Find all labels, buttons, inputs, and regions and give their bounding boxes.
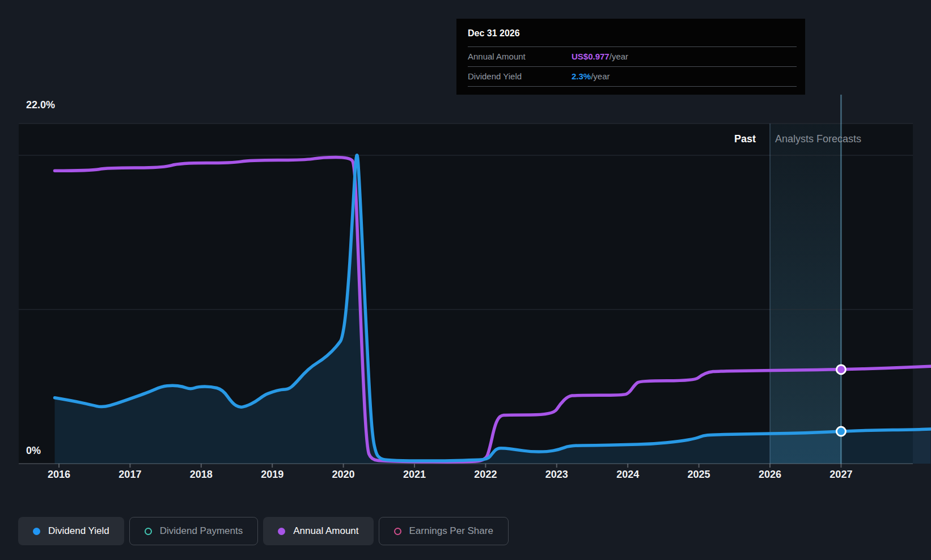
annual-amount-marker[interactable] [836,365,845,374]
tooltip-row-label: Dividend Yield [468,67,572,86]
axis-ticks [59,464,841,468]
x-axis-label-2017: 2017 [107,469,153,481]
legend-ring-icon [394,528,401,535]
dividend-chart-page: 22.0% 0% 2016201720182019202020212022202… [0,0,931,560]
legend-label: Annual Amount [293,525,358,537]
x-axis-label-2027: 2027 [818,469,864,481]
legend: Dividend YieldDividend PaymentsAnnual Am… [18,517,509,545]
tooltip-rows: Annual AmountUS$0.977/yearDividend Yield… [456,47,805,87]
x-axis-label-2020: 2020 [321,469,366,481]
tooltip-title: Dec 31 2026 [468,19,797,47]
legend-ring-icon [145,528,152,535]
tooltip: Dec 31 2026 Annual AmountUS$0.977/yearDi… [456,19,805,95]
tooltip-row: Dividend Yield2.3%/year [468,67,797,87]
tooltip-row-value: 2.3% [572,67,591,86]
legend-label: Earnings Per Share [409,525,493,537]
y-axis-max-label: 22.0% [26,99,55,111]
legend-label: Dividend Payments [160,525,243,537]
legend-dot-icon [278,528,285,535]
legend-dot-icon [33,528,40,535]
x-axis-label-2021: 2021 [392,469,437,481]
y-axis-min-label: 0% [26,445,41,457]
legend-button-dividend-payments[interactable]: Dividend Payments [129,517,258,545]
x-axis-label-2024: 2024 [605,469,650,481]
legend-label: Dividend Yield [48,525,109,537]
tooltip-row-value: US$0.977 [572,47,610,66]
x-axis-label-2022: 2022 [463,469,508,481]
analysts-forecasts-label: Analysts Forecasts [775,133,861,145]
x-axis-label-2026: 2026 [747,469,793,481]
forecast-band [770,124,841,464]
x-axis-label-2025: 2025 [676,469,722,481]
x-axis-label-2018: 2018 [179,469,224,481]
tooltip-row-label: Annual Amount [468,47,572,66]
legend-button-dividend-yield[interactable]: Dividend Yield [18,517,124,545]
legend-button-annual-amount[interactable]: Annual Amount [263,517,373,545]
dividend-yield-marker[interactable] [836,427,845,436]
x-axis-label-2016: 2016 [36,469,82,481]
x-axis-label-2023: 2023 [534,469,579,481]
legend-button-earnings-per-share[interactable]: Earnings Per Share [379,517,509,545]
tooltip-row-suffix: /year [610,47,628,66]
past-label: Past [0,133,756,145]
tooltip-row: Annual AmountUS$0.977/year [468,47,797,67]
tooltip-row-suffix: /year [591,67,610,86]
x-axis-label-2019: 2019 [249,469,295,481]
